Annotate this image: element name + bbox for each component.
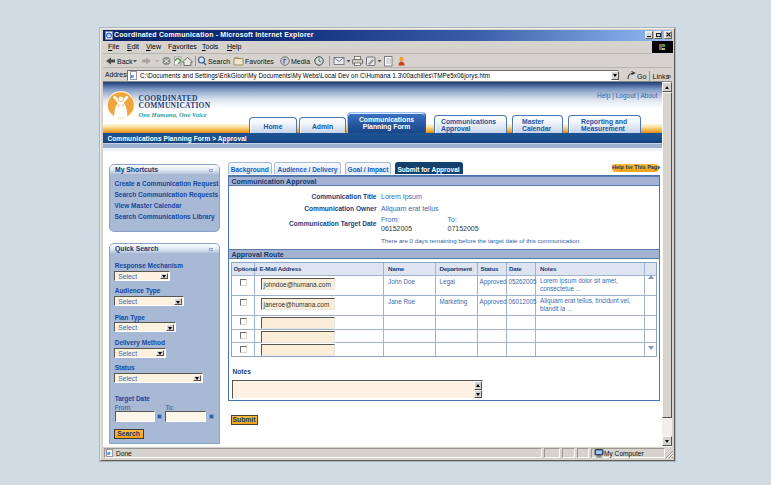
svg-text:Back: Back	[117, 58, 133, 65]
svg-text:»: »	[667, 71, 671, 80]
svg-text:Go: Go	[637, 72, 647, 81]
svg-text:Media: Media	[291, 58, 310, 65]
svg-text:Favorites: Favorites	[245, 58, 274, 65]
svg-text:Search: Search	[208, 58, 230, 65]
